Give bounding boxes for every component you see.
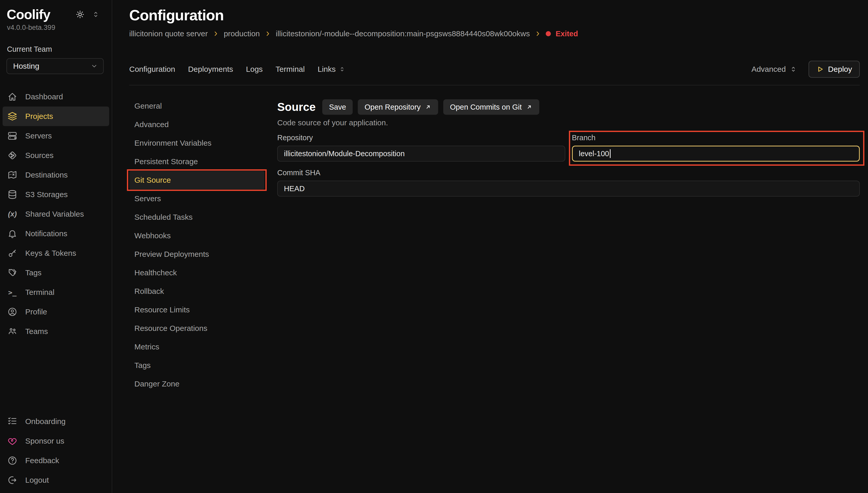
sidebar-item-onboarding[interactable]: Onboarding bbox=[3, 412, 109, 431]
variables-icon: (x) bbox=[7, 209, 18, 219]
sidebar-item-label: Profile bbox=[25, 307, 47, 316]
sidebar-item-dashboard[interactable]: Dashboard bbox=[3, 87, 109, 107]
sun-icon bbox=[75, 9, 85, 19]
sidebar-item-label: Servers bbox=[25, 131, 52, 140]
tab-bar: Configuration Deployments Logs Terminal … bbox=[129, 61, 860, 85]
text-cursor bbox=[610, 149, 611, 158]
subnav-item-resource-operations[interactable]: Resource Operations bbox=[129, 319, 264, 338]
chevron-right-icon bbox=[534, 30, 541, 37]
sidebar-item-tags[interactable]: Tags bbox=[3, 263, 109, 282]
configuration-subnav: General Advanced Environment Variables P… bbox=[129, 97, 277, 393]
sidebar-item-shared-variables[interactable]: (x) Shared Variables bbox=[3, 204, 109, 224]
subnav-item-advanced[interactable]: Advanced bbox=[129, 115, 264, 134]
subnav-item-metrics[interactable]: Metrics bbox=[129, 338, 264, 356]
repository-label: Repository bbox=[277, 133, 565, 142]
sidebar-nav: Dashboard Projects Servers Sources Desti… bbox=[0, 87, 112, 341]
user-circle-icon bbox=[7, 307, 18, 317]
subnav-item-environment-variables[interactable]: Environment Variables bbox=[129, 134, 264, 152]
tab-links[interactable]: Links bbox=[318, 65, 345, 73]
sidebar-item-destinations[interactable]: Destinations bbox=[3, 165, 109, 185]
sidebar: Coolify v4.0.0-beta.399 Current Team Hos… bbox=[0, 0, 112, 493]
deploy-button[interactable]: Deploy bbox=[808, 61, 860, 78]
open-repository-button[interactable]: Open Repository bbox=[358, 99, 438, 115]
subnav-item-general[interactable]: General bbox=[129, 97, 264, 115]
tab-configuration[interactable]: Configuration bbox=[129, 65, 175, 73]
repository-input[interactable]: illicitestonion/Module-Decomposition bbox=[277, 146, 565, 162]
chevrons-up-down-icon bbox=[789, 65, 797, 73]
checklist-icon bbox=[7, 416, 18, 427]
subnav-item-servers[interactable]: Servers bbox=[129, 189, 264, 208]
open-commits-button[interactable]: Open Commits on Git bbox=[443, 99, 539, 115]
breadcrumb-project[interactable]: illicitonion quote server bbox=[129, 29, 208, 38]
sidebar-item-sources[interactable]: Sources bbox=[3, 146, 109, 165]
status-badge: Exited bbox=[555, 29, 578, 38]
tab-deployments[interactable]: Deployments bbox=[188, 65, 233, 73]
repository-field: Repository illicitestonion/Module-Decomp… bbox=[277, 133, 565, 162]
page-title: Configuration bbox=[129, 6, 860, 24]
tabs: Configuration Deployments Logs Terminal … bbox=[129, 65, 345, 73]
status-dot-icon bbox=[546, 31, 551, 36]
sidebar-item-s3-storages[interactable]: S3 Storages bbox=[3, 185, 109, 204]
sidebar-item-label: Destinations bbox=[25, 171, 68, 179]
subnav-item-resource-limits[interactable]: Resource Limits bbox=[129, 301, 264, 319]
sidebar-item-terminal[interactable]: >_ Terminal bbox=[3, 282, 109, 302]
sidebar-item-notifications[interactable]: Notifications bbox=[3, 224, 109, 243]
breadcrumb-application[interactable]: illicitestonion/-module--decomposition:m… bbox=[276, 29, 530, 38]
chevrons-up-down-icon bbox=[92, 10, 100, 19]
team-select[interactable]: Hosting bbox=[6, 58, 104, 74]
sidebar-item-label: Projects bbox=[25, 112, 53, 121]
subnav-item-preview-deployments[interactable]: Preview Deployments bbox=[129, 245, 264, 263]
source-title: Source bbox=[277, 101, 316, 113]
theme-toggle-button[interactable] bbox=[75, 9, 85, 19]
tags-icon bbox=[7, 267, 18, 278]
breadcrumb-environment[interactable]: production bbox=[224, 29, 260, 38]
branch-input[interactable]: level-100 bbox=[572, 146, 860, 162]
tab-actions: Advanced Deploy bbox=[751, 61, 860, 78]
sidebar-item-label: Dashboard bbox=[25, 92, 63, 101]
sidebar-item-sponsor-us[interactable]: Sponsor us bbox=[3, 431, 109, 451]
team-select-value: Hosting bbox=[13, 62, 39, 70]
sidebar-item-profile[interactable]: Profile bbox=[3, 302, 109, 322]
advanced-dropdown[interactable]: Advanced bbox=[751, 65, 797, 73]
subnav-item-danger-zone[interactable]: Danger Zone bbox=[129, 374, 264, 393]
tab-logs[interactable]: Logs bbox=[246, 65, 263, 73]
subnav-item-rollback[interactable]: Rollback bbox=[129, 282, 264, 301]
sidebar-item-logout[interactable]: Logout bbox=[3, 470, 109, 490]
database-icon bbox=[7, 189, 18, 200]
source-panel-header: Source Save Open Repository Open Commits… bbox=[277, 99, 860, 115]
source-form: Repository illicitestonion/Module-Decomp… bbox=[277, 133, 860, 197]
commit-sha-input[interactable]: HEAD bbox=[277, 180, 860, 197]
subnav-item-tags[interactable]: Tags bbox=[129, 356, 264, 374]
server-icon bbox=[7, 131, 18, 141]
app-logo: Coolify bbox=[7, 7, 68, 22]
tab-terminal[interactable]: Terminal bbox=[276, 65, 305, 73]
arrow-up-right-icon bbox=[526, 104, 533, 110]
save-button[interactable]: Save bbox=[322, 99, 353, 115]
chevron-down-icon bbox=[90, 62, 98, 70]
theme-selector-button[interactable] bbox=[92, 10, 100, 19]
app-version: v4.0.0-beta.399 bbox=[0, 22, 112, 31]
chevrons-up-down-icon bbox=[339, 66, 345, 72]
sidebar-item-feedback[interactable]: Feedback bbox=[3, 451, 109, 470]
sidebar-item-projects[interactable]: Projects bbox=[3, 107, 109, 126]
subnav-item-webhooks[interactable]: Webhooks bbox=[129, 227, 264, 245]
bell-icon bbox=[7, 229, 18, 239]
sidebar-item-label: Terminal bbox=[25, 288, 54, 297]
subnav-item-healthcheck[interactable]: Healthcheck bbox=[129, 263, 264, 282]
sidebar-item-label: Notifications bbox=[25, 229, 67, 238]
chevron-right-icon bbox=[264, 30, 271, 37]
sidebar-item-keys-tokens[interactable]: Keys & Tokens bbox=[3, 243, 109, 263]
subnav-item-scheduled-tasks[interactable]: Scheduled Tasks bbox=[129, 208, 264, 227]
sidebar-item-label: Shared Variables bbox=[25, 210, 84, 218]
subnav-item-persistent-storage[interactable]: Persistent Storage bbox=[129, 152, 264, 171]
arrow-up-right-icon bbox=[425, 104, 431, 110]
branch-field: Branch level-100 bbox=[572, 133, 860, 162]
sidebar-item-teams[interactable]: Teams bbox=[3, 322, 109, 341]
terminal-icon: >_ bbox=[7, 287, 18, 297]
users-icon bbox=[7, 326, 18, 337]
source-panel: Source Save Open Repository Open Commits… bbox=[277, 97, 860, 393]
subnav-item-git-source[interactable]: Git Source bbox=[129, 171, 264, 189]
sidebar-item-servers[interactable]: Servers bbox=[3, 126, 109, 146]
logout-icon bbox=[7, 475, 18, 485]
sidebar-item-label: Teams bbox=[25, 327, 48, 336]
